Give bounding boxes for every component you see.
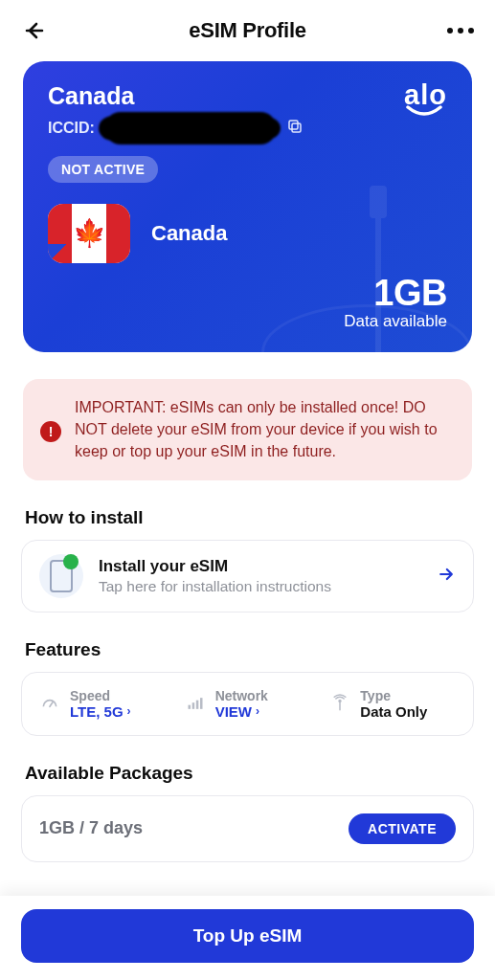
svg-rect-5 xyxy=(200,698,203,709)
chevron-right-icon: › xyxy=(127,704,131,718)
activate-button[interactable]: ACTIVATE xyxy=(349,813,456,844)
feature-network[interactable]: Network VIEW› xyxy=(175,688,321,720)
overflow-menu-button[interactable] xyxy=(447,28,474,33)
alert-icon: ! xyxy=(40,421,61,442)
signal-bars-icon xyxy=(185,694,206,713)
speedometer-icon xyxy=(39,694,60,713)
status-badge: NOT ACTIVE xyxy=(48,156,158,183)
arrow-right-icon xyxy=(437,565,456,588)
iccid-label: ICCID: xyxy=(48,120,95,137)
feature-label: Network xyxy=(215,688,268,703)
iccid-value-redacted xyxy=(104,112,277,145)
feature-type: Type Data Only xyxy=(320,688,465,720)
brand-logo: alo xyxy=(404,82,447,117)
warning-text: IMPORTANT: eSIMs can only be installed o… xyxy=(75,396,453,463)
svg-rect-3 xyxy=(191,702,194,709)
install-instructions-button[interactable]: ↓ Install your eSIM Tap here for install… xyxy=(21,540,474,612)
svg-rect-0 xyxy=(292,123,301,132)
package-item: 1GB / 7 days ACTIVATE xyxy=(21,795,474,862)
feature-value: Data Only xyxy=(360,703,427,720)
svg-rect-1 xyxy=(289,121,298,129)
arrow-left-icon xyxy=(23,19,46,42)
back-button[interactable] xyxy=(21,17,48,44)
feature-speed[interactable]: Speed LTE, 5G› xyxy=(30,688,175,720)
esim-card: Canada ICCID: NOT ACTIVE alo 🍁 Canada 1G… xyxy=(23,61,472,352)
antenna-icon xyxy=(329,694,350,713)
svg-rect-2 xyxy=(188,705,191,709)
section-heading-packages: Available Packages xyxy=(25,763,470,784)
card-country: Canada xyxy=(48,82,304,110)
section-heading-install: How to install xyxy=(25,507,470,528)
package-name: 1GB / 7 days xyxy=(39,818,143,838)
warning-banner: ! IMPORTANT: eSIMs can only be installed… xyxy=(23,379,472,480)
page-title: eSIM Profile xyxy=(189,18,305,43)
feature-label: Type xyxy=(360,688,427,703)
feature-value: VIEW xyxy=(215,703,252,720)
install-title: Install your eSIM xyxy=(99,557,421,576)
svg-rect-4 xyxy=(196,701,199,709)
install-subtitle: Tap here for installation instructions xyxy=(99,578,421,595)
bottom-bar: Top Up eSIM xyxy=(0,896,495,980)
features-panel: Speed LTE, 5G› Network VIEW› Type Data O… xyxy=(21,672,474,736)
flag-canada-icon: 🍁 xyxy=(48,204,130,263)
app-header: eSIM Profile xyxy=(0,0,495,54)
feature-value: LTE, 5G xyxy=(70,703,124,720)
section-heading-features: Features xyxy=(25,639,470,660)
feature-label: Speed xyxy=(70,688,131,703)
top-up-button[interactable]: Top Up eSIM xyxy=(21,909,474,963)
copy-icon[interactable] xyxy=(286,118,304,139)
chevron-right-icon: › xyxy=(256,704,259,718)
phone-download-icon: ↓ xyxy=(39,554,83,598)
card-country-name: Canada xyxy=(151,221,227,246)
